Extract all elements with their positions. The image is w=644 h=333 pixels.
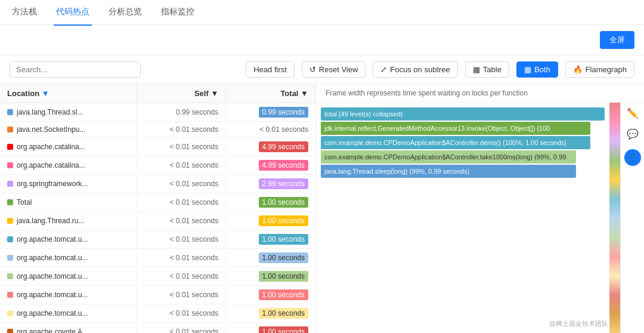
table-button[interactable]: ▦ Table: [465, 61, 509, 78]
cell-location-8: org.apache.tomcat.u...: [0, 250, 137, 266]
location-text-4: org.springframework...: [17, 180, 88, 188]
col-header-self[interactable]: Self ▼: [137, 84, 227, 103]
table-row[interactable]: org.apache.tomcat.u... < 0.01 seconds 1.…: [0, 267, 315, 286]
cell-total-5: 1.00 seconds: [226, 193, 315, 211]
cell-total-11: 1.00 seconds: [226, 304, 315, 322]
cell-self-4: < 0.01 seconds: [137, 176, 227, 192]
table-row[interactable]: org.apache.tomcat.u... < 0.01 seconds 1.…: [0, 230, 315, 249]
cell-self-2: < 0.01 seconds: [137, 139, 227, 155]
table-row[interactable]: org.springframework... < 0.01 seconds 2.…: [0, 175, 315, 193]
fullscreen-button[interactable]: 全屏: [600, 31, 634, 49]
flamegraph-area: total (49 level(s) collapsed)jdk.interna…: [316, 103, 644, 333]
nav-item-methods[interactable]: 方法栈: [10, 0, 39, 26]
cell-location-6: java.lang.Thread.ru...: [0, 213, 137, 229]
main-content: Location ▼ Self ▼ Total ▼ java.lang.Thre…: [0, 84, 644, 333]
cell-self-12: < 0.01 seconds: [137, 324, 227, 333]
cell-location-4: org.springframework...: [0, 176, 137, 192]
flamegraph-button[interactable]: 🔥 Flamegraph: [565, 61, 634, 78]
cell-total-10: 1.00 seconds: [226, 286, 315, 304]
cell-location-11: org.apache.tomcat.u...: [0, 306, 137, 321]
focus-subtree-button[interactable]: ⤢ Focus on subtree: [373, 61, 457, 78]
location-text-3: org.apache.catalina...: [17, 161, 85, 169]
cell-location-7: org.apache.tomcat.u...: [0, 232, 137, 247]
dot-2: [7, 144, 13, 150]
cell-total-1: < 0.01 seconds: [226, 122, 315, 137]
cell-location-1: java.net.SocketInpu...: [0, 122, 137, 137]
dot-1: [7, 127, 13, 132]
flame-block-0[interactable]: total (49 level(s) collapsed): [321, 107, 605, 121]
table-row[interactable]: org.apache.catalina... < 0.01 seconds 4.…: [0, 156, 315, 175]
cell-total-8: 1.00 seconds: [226, 249, 315, 267]
reset-view-button[interactable]: ↺ Reset View: [302, 61, 366, 78]
table-row[interactable]: org.apache.coyote.A... < 0.01 seconds 1.…: [0, 323, 315, 333]
flame-block-2[interactable]: com.example.demo.CPDemoApplication$ACont…: [321, 136, 590, 149]
dot-3: [7, 162, 13, 168]
cell-location-10: org.apache.tomcat.u...: [0, 287, 137, 303]
both-button[interactable]: ▦ Both: [516, 61, 558, 78]
table-row[interactable]: java.lang.Thread.sl... 0.99 seconds 0.99…: [0, 103, 315, 122]
flame-row: com.example.demo.CPDemoApplication$ACont…: [321, 150, 605, 164]
user-icon[interactable]: 👤: [624, 149, 641, 166]
dot-0: [7, 109, 13, 115]
flame-block-3[interactable]: com.example.demo.CPDemoApplication$ACont…: [321, 150, 576, 164]
dot-5: [7, 199, 13, 205]
location-text-5: Total: [17, 198, 32, 206]
table-row[interactable]: org.apache.tomcat.u... < 0.01 seconds 1.…: [0, 304, 315, 323]
table-row[interactable]: org.apache.tomcat.u... < 0.01 seconds 1.…: [0, 249, 315, 267]
cell-location-3: org.apache.catalina...: [0, 158, 137, 173]
focus-icon: ⤢: [380, 65, 387, 74]
cell-total-3: 4.99 seconds: [226, 156, 315, 174]
col-header-total[interactable]: Total ▼: [226, 84, 315, 103]
dot-8: [7, 255, 13, 261]
col-header-location[interactable]: Location ▼: [0, 84, 137, 103]
cell-total-7: 1.00 seconds: [226, 230, 315, 248]
table-row[interactable]: Total < 0.01 seconds 1.00 seconds: [0, 193, 315, 212]
flame-block-1[interactable]: jdk.internal.reflect.GeneratedMethodAcce…: [321, 122, 590, 135]
cell-total-2: 4.99 seconds: [226, 138, 315, 156]
sort-icon-self: ▼: [210, 89, 218, 98]
cell-self-11: < 0.01 seconds: [137, 306, 227, 321]
location-text-6: java.lang.Thread.ru...: [17, 217, 84, 225]
cell-self-10: < 0.01 seconds: [137, 287, 227, 303]
cell-location-12: org.apache.coyote.A...: [0, 324, 137, 333]
flame-icon: 🔥: [573, 65, 583, 74]
table-row[interactable]: org.apache.tomcat.u... < 0.01 seconds 1.…: [0, 286, 315, 304]
table-row[interactable]: org.apache.catalina... < 0.01 seconds 4.…: [0, 138, 315, 156]
location-text-2: org.apache.catalina...: [17, 143, 85, 151]
reset-icon: ↺: [309, 65, 316, 74]
nav-item-metrics[interactable]: 指标监控: [159, 0, 197, 26]
cell-self-7: < 0.01 seconds: [137, 232, 227, 247]
right-sidebar: ✏️ 💬 👤: [620, 103, 644, 333]
cell-total-12: 1.00 seconds: [226, 323, 315, 333]
search-input[interactable]: [10, 61, 141, 78]
location-text-12: org.apache.coyote.A...: [17, 328, 88, 333]
left-panel: Location ▼ Self ▼ Total ▼ java.lang.Thre…: [0, 84, 316, 333]
table-icon: ▦: [473, 65, 480, 74]
cell-total-4: 2.99 seconds: [226, 175, 315, 193]
comment-icon[interactable]: 💬: [627, 128, 639, 140]
dot-10: [7, 292, 13, 298]
cell-total-6: 1.00 seconds: [226, 212, 315, 230]
location-text-10: org.apache.tomcat.u...: [17, 291, 88, 299]
top-nav: 方法栈 代码热点 分析总览 指标监控: [0, 0, 644, 25]
flame-row: total (49 level(s) collapsed): [321, 107, 605, 121]
cell-self-0: 0.99 seconds: [137, 104, 227, 120]
flamegraph-content: total (49 level(s) collapsed)jdk.interna…: [316, 103, 609, 333]
dot-4: [7, 181, 13, 187]
flame-block-4[interactable]: java.lang.Thread.sleep(long) (99%, 0.99 …: [321, 165, 576, 178]
right-panel: Frame width represents time spent waitin…: [316, 84, 644, 333]
edit-icon[interactable]: ✏️: [627, 107, 639, 119]
dot-9: [7, 273, 13, 279]
cell-self-9: < 0.01 seconds: [137, 269, 227, 284]
nav-item-hotspot[interactable]: 代码热点: [54, 0, 92, 26]
flame-row: java.lang.Thread.sleep(long) (99%, 0.99 …: [321, 165, 605, 178]
head-first-button[interactable]: Head first: [246, 61, 295, 78]
flame-row: jdk.internal.reflect.GeneratedMethodAcce…: [321, 122, 605, 135]
cell-location-9: org.apache.tomcat.u...: [0, 269, 137, 284]
dot-6: [7, 218, 13, 224]
location-text-8: org.apache.tomcat.u...: [17, 254, 88, 262]
table-row[interactable]: java.net.SocketInpu... < 0.01 seconds < …: [0, 122, 315, 138]
flamegraph-info: Frame width represents time spent waitin…: [316, 84, 644, 103]
table-row[interactable]: java.lang.Thread.ru... < 0.01 seconds 1.…: [0, 212, 315, 230]
nav-item-analysis[interactable]: 分析总览: [106, 0, 144, 26]
